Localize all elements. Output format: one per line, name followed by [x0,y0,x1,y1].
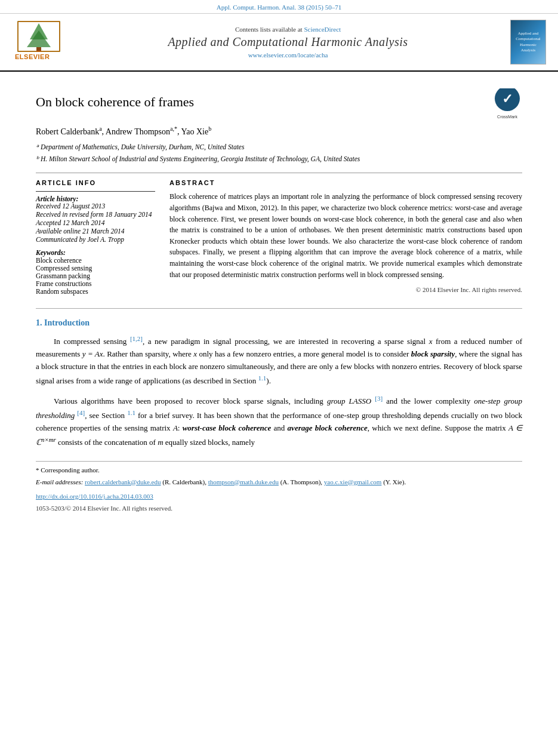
email-calderbank-name: (R. Calderbank), [162,478,208,485]
doi-line[interactable]: http://dx.doi.org/10.1016/j.acha.2014.03… [36,491,522,502]
journal-center: Contents lists available at ScienceDirec… [66,26,510,59]
article-info-heading: ARTICLE INFO [36,179,155,186]
keyword-2: Compressed sensing [36,265,155,272]
section-introduction: 1. Introduction In compressed sensing [1… [36,318,522,449]
authors-line: Robert Calderbanka, Andrew Thompsona,*, … [36,125,522,137]
section-1-heading: 1. Introduction [36,318,522,328]
journal-header: ELSEVIER Contents lists available at Sci… [0,14,558,72]
keyword-3: Grassmann packing [36,272,155,279]
main-content: ✓ CrossMark On block coherence of frames… [0,72,558,527]
email-note: E-mail addresses: robert.calderbank@duke… [36,477,522,487]
email-thompson[interactable]: thompson@math.duke.edu [208,478,279,485]
elsevier-logo: ELSEVIER [12,19,66,66]
header-divider [36,173,522,173]
copyright-line: © 2014 Elsevier Inc. All rights reserved… [169,285,522,295]
footnote-section: * Corresponding author. E-mail addresses… [36,461,522,513]
author-calderbank: Robert Calderbank [36,127,99,136]
abstract-column: ABSTRACT Block coherence of matrices pla… [169,179,522,299]
history-item-4: Available online 21 March 2014 [36,228,155,235]
history-item-5: Communicated by Joel A. Tropp [36,236,155,243]
ref-3[interactable]: [3] [375,395,383,402]
svg-text:✓: ✓ [502,91,513,106]
ref-4[interactable]: [4] [77,409,85,416]
ref-1-1[interactable]: 1.1 [258,374,267,382]
crossmark-badge[interactable]: ✓ CrossMark [492,88,522,115]
thumb-text: Applied and Computational Harmonic Analy… [513,31,543,53]
svg-text:ELSEVIER: ELSEVIER [15,53,50,60]
issn-line: 1053-5203/© 2014 Elsevier Inc. All right… [36,503,522,514]
author-xie: Yao Xie [181,127,209,136]
affiliation-b: ᵇ H. Milton Stewart School of Industrial… [36,153,522,164]
paper-title: On block coherence of frames [36,94,522,110]
contents-text: Contents lists available at [235,26,303,33]
citation-text: Appl. Comput. Harmon. Anal. 38 (2015) 50… [217,4,342,11]
section-divider [36,308,522,309]
abstract-heading: ABSTRACT [169,179,522,186]
abstract-paragraph: Block coherence of matrices plays an imp… [169,191,522,280]
intro-paragraph-1: In compressed sensing [1,2], a new parad… [36,334,522,388]
journal-url[interactable]: www.elsevier.com/locate/acha [66,51,510,59]
doi-link[interactable]: http://dx.doi.org/10.1016/j.acha.2014.03… [36,493,153,500]
article-info-abstract: ARTICLE INFO Article history: Received 1… [36,179,522,299]
corresponding-note: * Corresponding author. [36,465,522,475]
body-text: In compressed sensing [1,2], a new parad… [36,334,522,449]
keywords-section: Keywords: Block coherence Compressed sen… [36,249,155,295]
history-item-3: Accepted 12 March 2014 [36,219,155,226]
ref-1-1-b[interactable]: 1.1 [127,409,135,416]
keyword-4: Frame constructions [36,280,155,287]
article-info-column: ARTICLE INFO Article history: Received 1… [36,179,155,299]
journal-thumbnail: Applied and Computational Harmonic Analy… [510,20,546,64]
history-item-1: Received 12 August 2013 [36,202,155,210]
intro-paragraph-2: Various algorithms have been proposed to… [36,394,522,449]
history-label: Article history: [36,195,155,202]
affiliation-a: ᵃ Department of Mathematics, Duke Univer… [36,142,522,152]
keywords-label: Keywords: [36,249,155,256]
author-thompson: Andrew Thompson [106,127,170,136]
ref-1[interactable]: [1,2] [130,335,143,342]
journal-title: Applied and Computational Harmonic Analy… [66,35,510,49]
email-thompson-name: (A. Thompson), [280,478,324,485]
email-xie-name: (Y. Xie). [383,478,406,485]
abstract-text: Block coherence of matrices plays an imp… [169,191,522,295]
email-calderbank[interactable]: robert.calderbank@duke.edu [85,478,161,485]
contents-line: Contents lists available at ScienceDirec… [66,26,510,33]
keyword-1: Block coherence [36,257,155,264]
journal-citation: Appl. Comput. Harmon. Anal. 38 (2015) 50… [0,0,558,14]
history-item-2: Received in revised form 18 January 2014 [36,211,155,218]
affiliations: ᵃ Department of Mathematics, Duke Univer… [36,142,522,165]
email-xie[interactable]: yao.c.xie@gmail.com [324,478,382,485]
sciencedirect-link[interactable]: ScienceDirect [304,26,341,33]
article-history: Article history: Received 12 August 2013… [36,195,155,243]
keyword-5: Random subspaces [36,288,155,295]
